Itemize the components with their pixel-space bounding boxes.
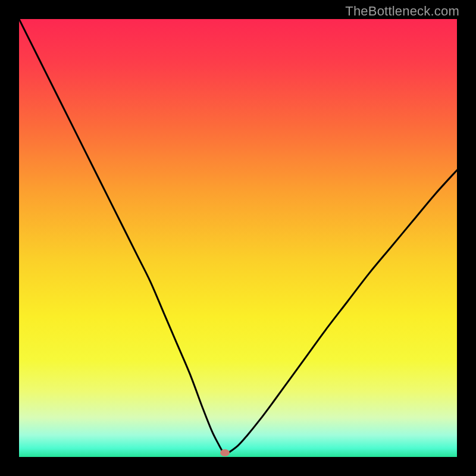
chart-frame: TheBottleneck.com (0, 0, 476, 476)
optimal-point-dot (220, 449, 230, 456)
watermark-text: TheBottleneck.com (345, 4, 459, 19)
bottleneck-curve (19, 19, 457, 457)
plot-area (19, 19, 457, 457)
